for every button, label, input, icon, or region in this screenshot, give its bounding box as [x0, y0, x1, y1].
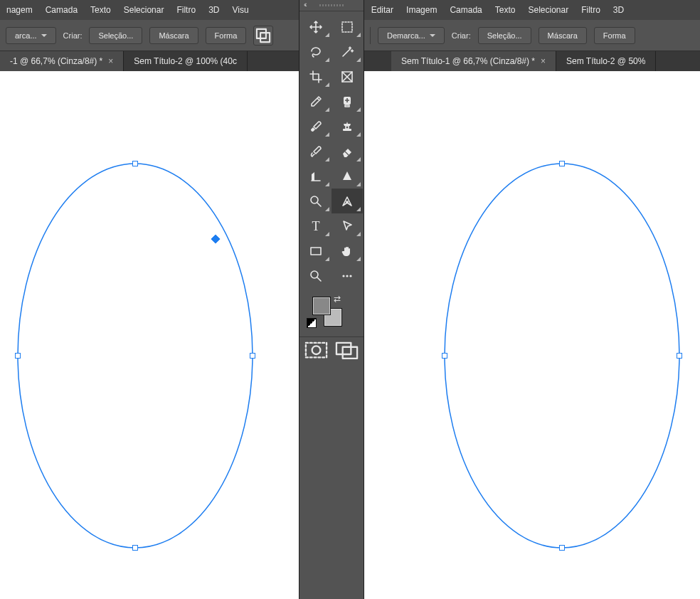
svg-point-16	[346, 275, 348, 277]
tools-grid: T	[299, 11, 364, 292]
menu-camada[interactable]: Camada	[39, 5, 84, 15]
document-tab-label: Sem Título-1 @ 66,7% (Cinza/8#) *	[401, 56, 535, 66]
tools-panel: ‹‹	[299, 0, 364, 599]
option-forma-button[interactable]: Forma	[206, 27, 247, 44]
path-selection-tool[interactable]	[332, 213, 363, 238]
menu-imagem-partial[interactable]: nagem	[0, 5, 39, 15]
svg-rect-8	[345, 105, 349, 107]
document-tab-active[interactable]: Sem Título-1 @ 66,7% (Cinza/8#) * ×	[391, 51, 556, 71]
zoom-tool[interactable]	[300, 263, 332, 288]
option-mascara-button[interactable]: Máscara	[539, 27, 587, 44]
svg-point-19	[312, 346, 321, 354]
eraser-tool[interactable]	[332, 139, 363, 164]
path-shape[interactable]	[0, 71, 299, 599]
menu-imagem[interactable]: Imagem	[400, 5, 443, 15]
path-anchor-top[interactable]	[559, 161, 565, 166]
crop-tool[interactable]	[300, 64, 332, 89]
marquee-tool[interactable]	[332, 14, 363, 39]
path-anchor-right[interactable]	[677, 353, 682, 359]
quick-mask-icon[interactable]	[304, 340, 329, 360]
option-selecao-button[interactable]: Seleção...	[478, 27, 531, 44]
svg-rect-1	[260, 33, 270, 42]
close-icon[interactable]: ×	[541, 56, 546, 66]
option-selecao-button[interactable]: Seleção...	[89, 27, 142, 44]
hand-tool[interactable]	[332, 238, 363, 263]
svg-rect-13	[311, 248, 321, 255]
document-tab-active[interactable]: -1 @ 66,7% (Cinza/8#) * ×	[0, 51, 124, 71]
option-criar-label: Criar:	[452, 31, 471, 40]
gradient-tool[interactable]	[300, 164, 332, 189]
color-swatches: ⇄	[304, 292, 359, 334]
swap-colors-icon[interactable]: ⇄	[334, 294, 341, 304]
history-brush-tool[interactable]	[300, 139, 332, 164]
svg-rect-5	[342, 22, 352, 32]
svg-rect-18	[306, 343, 327, 357]
option-criar-label: Criar:	[63, 31, 83, 40]
path-anchor-right[interactable]	[250, 353, 255, 359]
move-tool[interactable]	[300, 14, 332, 39]
option-forma-button[interactable]: Forma	[594, 27, 635, 44]
menu-editar[interactable]: Editar	[365, 5, 400, 15]
path-anchor-left[interactable]	[15, 353, 21, 359]
document-tab-label: Sem Título-2 @ 50%	[566, 56, 645, 66]
foreground-color[interactable]	[312, 297, 331, 315]
menu-texto[interactable]: Texto	[84, 5, 117, 15]
pen-tool[interactable]	[332, 189, 363, 213]
menu-selecionar[interactable]: Selecionar	[117, 5, 171, 15]
menu-visualizar-partial[interactable]: Visu	[226, 5, 255, 15]
path-anchor-top[interactable]	[132, 161, 138, 166]
menu-3d[interactable]: 3D	[202, 5, 226, 15]
default-colors-icon[interactable]	[307, 318, 317, 328]
menu-bar: nagem Camada Texto Selecionar Filtro 3D …	[0, 0, 299, 20]
svg-point-17	[349, 275, 351, 277]
dodge-tool[interactable]	[300, 189, 332, 213]
svg-point-12	[346, 201, 348, 202]
eyedropper-tool[interactable]	[300, 89, 332, 114]
menu-3d[interactable]: 3D	[607, 5, 630, 15]
menu-filtro[interactable]: Filtro	[575, 5, 607, 15]
healing-brush-tool[interactable]	[332, 89, 363, 114]
document-tab-label: Sem Título-2 @ 100% (40c	[134, 56, 237, 66]
options-bar: arca... Criar: Seleção... Máscara Forma	[0, 20, 299, 51]
svg-point-4	[445, 164, 679, 548]
screen-mode-icon[interactable]	[334, 340, 359, 360]
svg-rect-21	[343, 347, 357, 359]
magic-wand-tool[interactable]	[332, 39, 363, 64]
menu-camada[interactable]: Camada	[443, 5, 488, 15]
frame-tool[interactable]	[332, 64, 363, 89]
collapse-icon[interactable]: ‹‹	[304, 1, 306, 9]
menu-selecionar[interactable]: Selecionar	[521, 5, 575, 15]
path-anchor-left[interactable]	[442, 353, 447, 359]
lasso-tool[interactable]	[300, 39, 332, 64]
tools-footer	[299, 336, 364, 364]
edit-toolbar-button[interactable]	[332, 263, 363, 288]
document-tab-inactive[interactable]: Sem Título-2 @ 100% (40c	[124, 51, 248, 71]
svg-point-2	[18, 164, 253, 548]
type-glyph: T	[312, 220, 320, 233]
svg-rect-10	[346, 126, 349, 129]
option-path-ops-icon[interactable]	[253, 26, 273, 46]
option-demarcacao-dropdown[interactable]: Demarca...	[378, 27, 445, 44]
menu-filtro[interactable]: Filtro	[170, 5, 202, 15]
grip-icon[interactable]	[319, 4, 344, 6]
svg-rect-0	[257, 28, 266, 38]
document-tab-label: -1 @ 66,7% (Cinza/8#) *	[10, 56, 102, 66]
tools-panel-header[interactable]: ‹‹	[299, 0, 364, 11]
menu-texto[interactable]: Texto	[489, 5, 522, 15]
document-tab-inactive[interactable]: Sem Título-2 @ 50%	[556, 51, 656, 71]
close-icon[interactable]: ×	[108, 56, 113, 66]
canvas[interactable]	[0, 71, 299, 599]
option-demarcacao-dropdown[interactable]: arca...	[6, 27, 56, 44]
path-anchor-bottom[interactable]	[559, 545, 565, 551]
path-anchor-bottom[interactable]	[132, 545, 138, 551]
blur-tool[interactable]	[332, 164, 363, 189]
svg-rect-20	[336, 343, 351, 354]
clone-stamp-tool[interactable]	[332, 114, 363, 139]
type-tool[interactable]: T	[300, 213, 332, 238]
brush-tool[interactable]	[300, 114, 332, 139]
svg-point-15	[342, 275, 344, 277]
option-mascara-button[interactable]: Máscara	[149, 27, 198, 44]
app-window-left: nagem Camada Texto Selecionar Filtro 3D …	[0, 0, 299, 599]
document-tab-strip: -1 @ 66,7% (Cinza/8#) * × Sem Título-2 @…	[0, 51, 299, 71]
rectangle-tool[interactable]	[300, 238, 332, 263]
